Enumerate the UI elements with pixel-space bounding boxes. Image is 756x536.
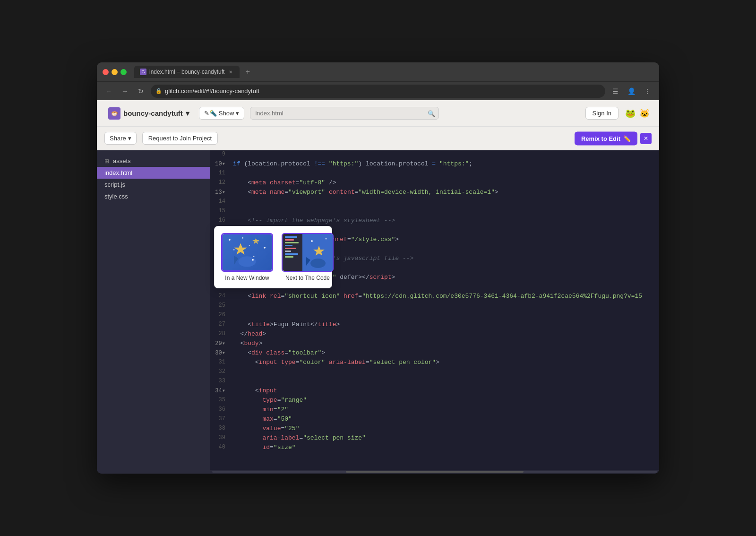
svg-point-1 bbox=[242, 237, 243, 239]
file-search-input[interactable] bbox=[250, 107, 439, 120]
horizontal-scrollbar[interactable] bbox=[210, 470, 659, 474]
remix-label: Remix to Edit bbox=[581, 135, 620, 142]
code-line: 9 bbox=[210, 150, 659, 160]
code-line: 29▾ <body> bbox=[210, 339, 659, 349]
title-bar: G index.html – bouncy-candytuft ✕ + bbox=[97, 62, 659, 81]
svg-point-3 bbox=[264, 247, 266, 249]
code-line: 14 bbox=[210, 198, 659, 207]
project-chevron-icon: ▾ bbox=[186, 109, 189, 118]
profile-button[interactable]: 👤 bbox=[625, 85, 637, 97]
show-icon: ✎🔦 bbox=[204, 110, 217, 117]
search-icon: 🔍 bbox=[428, 110, 435, 117]
script-js-label: script.js bbox=[104, 181, 125, 188]
app-toolbar-2: Share ▾ Request to Join Project Remix to… bbox=[97, 127, 659, 150]
svg-point-6 bbox=[253, 256, 255, 257]
svg-point-15 bbox=[326, 238, 327, 240]
show-chevron-icon: ▾ bbox=[236, 110, 239, 117]
code-line: 31 <input type="color" aria-label="selec… bbox=[210, 358, 659, 368]
project-icon: 🐡 bbox=[108, 107, 120, 120]
extensions-button[interactable]: ☰ bbox=[609, 85, 621, 97]
share-chevron-icon: ▾ bbox=[128, 135, 131, 142]
url-text: glitch.com/edit/#!/bouncy-candytuft bbox=[165, 87, 259, 95]
svg-marker-8 bbox=[234, 243, 247, 255]
code-line: 24 <link rel="shortcut icon" href="https… bbox=[210, 292, 659, 302]
close-window-button[interactable] bbox=[103, 69, 109, 75]
code-line: 32 bbox=[210, 368, 659, 377]
project-name-label: bouncy-candytuft bbox=[123, 109, 183, 117]
project-name-button[interactable]: 🐡 bouncy-candytuft ▾ bbox=[104, 105, 193, 121]
request-join-button[interactable]: Request to Join Project bbox=[142, 132, 218, 145]
code-line: 26 bbox=[210, 311, 659, 320]
browser-tab-active[interactable]: G index.html – bouncy-candytuft ✕ bbox=[134, 66, 240, 78]
back-button[interactable]: ← bbox=[103, 85, 115, 97]
code-line: 35 type="range" bbox=[210, 396, 659, 406]
code-line: 15 bbox=[210, 207, 659, 216]
scrollbar-track bbox=[212, 471, 657, 473]
svg-point-17 bbox=[310, 259, 326, 268]
show-label: Show bbox=[219, 110, 234, 117]
avatar-group: 🐸 🐱 bbox=[623, 106, 652, 121]
close-remix-button[interactable]: ✕ bbox=[640, 133, 652, 144]
avatar-1: 🐸 bbox=[623, 106, 637, 121]
address-bar[interactable]: 🔒 glitch.com/edit/#!/bouncy-candytuft bbox=[151, 85, 605, 98]
new-tab-button[interactable]: + bbox=[241, 66, 254, 78]
code-line: 27 <title>Fugu Paint</title> bbox=[210, 320, 659, 330]
new-window-label: In a New Window bbox=[225, 275, 269, 281]
browser-window: G index.html – bouncy-candytuft ✕ + ← → … bbox=[97, 62, 659, 474]
code-line: 33 bbox=[210, 377, 659, 387]
svg-point-10 bbox=[238, 256, 256, 267]
scrollbar-thumb[interactable] bbox=[346, 471, 524, 473]
code-line: 34▾ <input bbox=[210, 387, 659, 396]
nav-bar: ← → ↻ 🔒 glitch.com/edit/#!/bouncy-candyt… bbox=[97, 81, 659, 100]
tab-favicon: G bbox=[140, 69, 146, 75]
sidebar-item-style-css[interactable]: style.css bbox=[97, 190, 210, 202]
svg-marker-11 bbox=[234, 255, 238, 264]
toolbar-right: Sign In 🐸 🐱 bbox=[585, 106, 652, 121]
show-dropdown: In a New Window bbox=[214, 226, 332, 288]
share-button[interactable]: Share ▾ bbox=[104, 132, 137, 145]
sign-in-button[interactable]: Sign In bbox=[585, 107, 619, 120]
nav-icons: ☰ 👤 ⋮ bbox=[609, 85, 653, 97]
assets-icon: ⊞ bbox=[104, 158, 109, 164]
forward-button[interactable]: → bbox=[119, 85, 131, 97]
remix-to-edit-button[interactable]: Remix to Edit ✏️ bbox=[575, 131, 637, 145]
next-to-code-preview bbox=[282, 233, 334, 272]
minimize-window-button[interactable] bbox=[112, 69, 118, 75]
show-button[interactable]: ✎🔦 Show ▾ bbox=[199, 107, 245, 120]
assets-label: assets bbox=[113, 157, 131, 164]
file-search: 🔍 bbox=[250, 107, 439, 120]
secure-icon: 🔒 bbox=[155, 88, 162, 94]
code-line: 25 bbox=[210, 302, 659, 311]
code-line: 39 aria-label="select pen size" bbox=[210, 434, 659, 443]
new-window-preview bbox=[221, 233, 273, 272]
refresh-button[interactable]: ↻ bbox=[135, 85, 147, 97]
svg-point-14 bbox=[311, 240, 313, 242]
code-line: 16 <!-- import the webpage's stylesheet … bbox=[210, 216, 659, 226]
svg-point-0 bbox=[229, 239, 231, 241]
code-line: 10▾ if (location.protocol !== "https:") … bbox=[210, 160, 659, 169]
code-line: 12 <meta charset="utf-8" /> bbox=[210, 179, 659, 188]
svg-point-5 bbox=[249, 245, 250, 246]
show-next-to-code-option[interactable]: Next to The Code bbox=[280, 231, 335, 283]
sidebar-item-assets[interactable]: ⊞ assets bbox=[97, 155, 210, 167]
avatar-2: 🐱 bbox=[637, 106, 652, 121]
show-in-new-window-option[interactable]: In a New Window bbox=[219, 231, 275, 283]
sidebar-item-script-js[interactable]: script.js bbox=[97, 179, 210, 190]
style-css-label: style.css bbox=[104, 193, 128, 200]
code-line: 11 bbox=[210, 169, 659, 179]
code-editor[interactable]: 9 10▾ if (location.protocol !== "https:"… bbox=[210, 150, 659, 474]
code-line: 37 max="50" bbox=[210, 415, 659, 424]
sidebar: ⊞ assets index.html script.js style.css bbox=[97, 150, 210, 474]
code-line: 38 value="25" bbox=[210, 424, 659, 434]
tab-bar: G index.html – bouncy-candytuft ✕ + bbox=[134, 66, 653, 78]
traffic-lights bbox=[103, 69, 127, 75]
index-html-label: index.html bbox=[104, 169, 132, 176]
maximize-window-button[interactable] bbox=[120, 69, 127, 75]
sidebar-item-index-html[interactable]: index.html bbox=[97, 167, 210, 179]
app-toolbar: 🐡 bouncy-candytuft ▾ ✎🔦 Show ▾ 🔍 Sign In… bbox=[97, 100, 659, 127]
code-line: 40 id="size" bbox=[210, 443, 659, 453]
tab-close-button[interactable]: ✕ bbox=[227, 69, 234, 75]
more-menu-button[interactable]: ⋮ bbox=[641, 85, 653, 97]
code-line: 36 min="2" bbox=[210, 406, 659, 415]
share-label: Share bbox=[110, 135, 126, 142]
